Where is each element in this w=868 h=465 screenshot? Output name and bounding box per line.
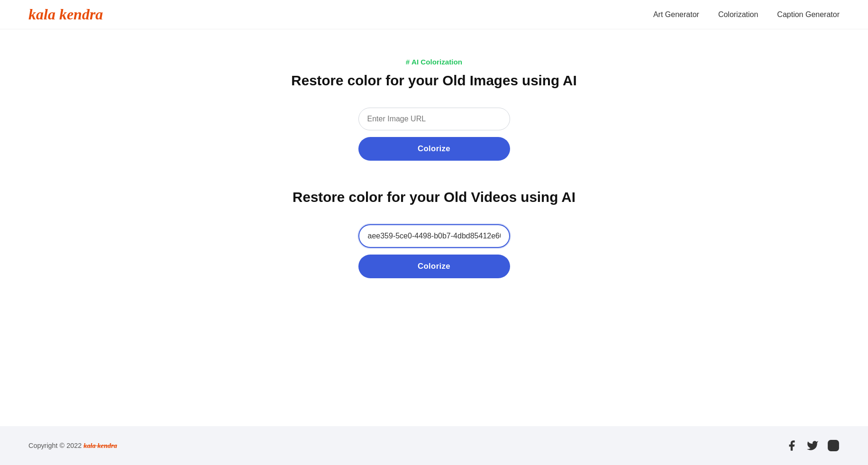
colorize-video-button[interactable]: Colorize	[358, 255, 510, 278]
logo[interactable]: kala kendra	[28, 6, 103, 23]
footer: Copyright © 2022 kala kendra	[0, 426, 868, 465]
facebook-icon[interactable]	[786, 439, 798, 452]
footer-social	[786, 439, 840, 452]
footer-copyright: Copyright © 2022 kala kendra	[28, 442, 117, 450]
nav-caption-generator[interactable]: Caption Generator	[777, 10, 840, 18]
image-form: Colorize	[358, 108, 510, 161]
image-url-input[interactable]	[358, 108, 510, 130]
nav-colorization[interactable]: Colorization	[718, 10, 758, 18]
section-tag: # AI Colorization	[406, 58, 462, 66]
navbar: kala kendra Art Generator Colorization C…	[0, 0, 868, 29]
nav-links: Art Generator Colorization Caption Gener…	[653, 10, 840, 19]
twitter-icon[interactable]	[806, 439, 819, 452]
heading-images: Restore color for your Old Images using …	[291, 73, 576, 89]
video-form: Colorize	[358, 224, 510, 278]
footer-logo: kala kendra	[83, 442, 117, 449]
colorize-image-button[interactable]: Colorize	[358, 137, 510, 161]
instagram-icon[interactable]	[827, 439, 840, 452]
video-url-input[interactable]	[358, 224, 510, 248]
main-content: # AI Colorization Restore color for your…	[0, 29, 868, 426]
nav-art-generator[interactable]: Art Generator	[653, 10, 699, 18]
heading-videos: Restore color for your Old Videos using …	[292, 189, 576, 205]
